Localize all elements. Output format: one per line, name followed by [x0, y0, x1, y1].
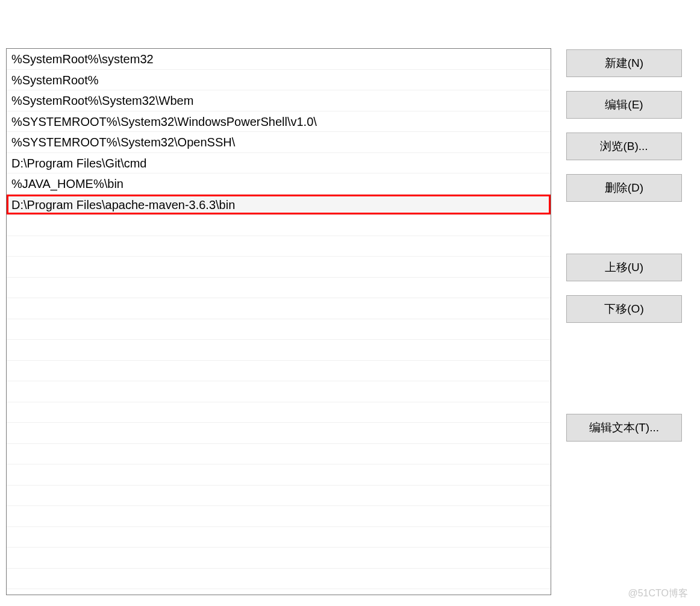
empty-row[interactable] — [7, 423, 551, 444]
empty-row[interactable] — [7, 298, 551, 319]
path-listbox[interactable]: %SystemRoot%\system32 %SystemRoot% %Syst… — [6, 48, 551, 595]
env-var-edit-dialog: %SystemRoot%\system32 %SystemRoot% %Syst… — [0, 0, 700, 606]
empty-row[interactable] — [7, 361, 551, 382]
path-entry[interactable]: %SystemRoot%\System32\Wbem — [7, 90, 551, 111]
path-entry[interactable]: %SYSTEMROOT%\System32\OpenSSH\ — [7, 132, 551, 153]
watermark: @51CTO博客 — [628, 587, 688, 600]
edit-button[interactable]: 编辑(E) — [566, 91, 682, 119]
empty-row[interactable] — [7, 381, 551, 402]
empty-row[interactable] — [7, 444, 551, 465]
path-entry[interactable]: %SystemRoot% — [7, 70, 551, 91]
edit-text-button[interactable]: 编辑文本(T)... — [566, 414, 682, 442]
empty-row[interactable] — [7, 215, 551, 236]
empty-row[interactable] — [7, 486, 551, 507]
spacer — [566, 337, 682, 400]
empty-row[interactable] — [7, 464, 551, 486]
empty-row[interactable] — [7, 569, 551, 590]
empty-row[interactable] — [7, 278, 551, 299]
path-entry-selected[interactable]: D:\Program Files\apache-maven-3.6.3\bin — [7, 195, 551, 216]
browse-button[interactable]: 浏览(B)... — [566, 133, 682, 160]
path-entry[interactable]: %SYSTEMROOT%\System32\WindowsPowerShell\… — [7, 111, 551, 133]
path-entry[interactable]: %SystemRoot%\system32 — [7, 49, 551, 70]
button-column: 新建(N) 编辑(E) 浏览(B)... 删除(D) 上移(U) 下移(O) 编… — [566, 48, 682, 595]
empty-row[interactable] — [7, 548, 551, 569]
path-entry[interactable]: D:\Program Files\Git\cmd — [7, 153, 551, 174]
empty-row[interactable] — [7, 506, 551, 527]
spacer — [566, 216, 682, 240]
new-button[interactable]: 新建(N) — [566, 49, 682, 77]
empty-row[interactable] — [7, 340, 551, 361]
path-entry[interactable]: %JAVA_HOME%\bin — [7, 173, 551, 195]
empty-row[interactable] — [7, 236, 551, 257]
empty-row[interactable] — [7, 319, 551, 340]
empty-row[interactable] — [7, 402, 551, 423]
move-up-button[interactable]: 上移(U) — [566, 254, 682, 281]
empty-row[interactable] — [7, 527, 551, 548]
delete-button[interactable]: 删除(D) — [566, 174, 682, 202]
empty-row[interactable] — [7, 257, 551, 278]
move-down-button[interactable]: 下移(O) — [566, 295, 682, 323]
